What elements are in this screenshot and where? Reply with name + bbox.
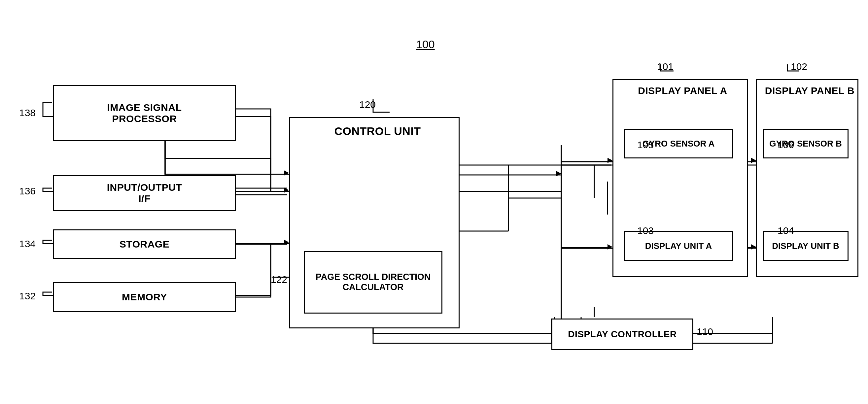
memory-box: MEMORY xyxy=(53,282,236,312)
ref-106: 106 xyxy=(778,139,794,151)
svg-marker-29 xyxy=(608,158,613,163)
ref-103: 103 xyxy=(637,225,654,236)
ref-122: 122 xyxy=(271,274,287,285)
ref-136: 136 xyxy=(19,186,36,197)
image-signal-processor-box: IMAGE SIGNAL PROCESSOR xyxy=(53,85,236,141)
ref-104: 104 xyxy=(778,225,794,236)
control-unit-label: CONTROL UNIT xyxy=(334,125,421,137)
display-unit-b-label: DISPLAY UNIT B xyxy=(772,241,839,251)
svg-marker-27 xyxy=(284,240,289,245)
display-panel-b-label: DISPLAY PANEL B xyxy=(765,85,855,96)
image-signal-processor-label: IMAGE SIGNAL PROCESSOR xyxy=(107,102,182,124)
ref-105: 105 xyxy=(637,139,654,151)
input-output-label: INPUT/OUTPUT I/F xyxy=(107,182,182,204)
svg-marker-25 xyxy=(284,170,289,176)
page-scroll-box: PAGE SCROLL DIRECTION CALCULATOR xyxy=(304,251,442,314)
svg-marker-31 xyxy=(608,244,613,250)
input-output-box: INPUT/OUTPUT I/F xyxy=(53,175,236,211)
svg-marker-26 xyxy=(284,187,289,193)
gyro-sensor-b-box: GYRO SENSOR B xyxy=(763,129,848,158)
display-unit-a-label: DISPLAY UNIT A xyxy=(645,241,712,251)
memory-label: MEMORY xyxy=(122,291,167,303)
ref-110: 110 xyxy=(696,326,713,337)
display-unit-b-box: DISPLAY UNIT B xyxy=(763,231,848,261)
svg-marker-30 xyxy=(751,158,756,163)
ref-138: 138 xyxy=(19,107,36,119)
ref-134: 134 xyxy=(19,238,36,250)
storage-box: STORAGE xyxy=(53,229,236,259)
storage-label: STORAGE xyxy=(120,239,169,250)
page-scroll-label: PAGE SCROLL DIRECTION CALCULATOR xyxy=(316,272,431,292)
diagram: 100 IMAGE SIGNAL PROCESSOR INPUT/OUTPUT … xyxy=(0,0,868,404)
svg-marker-28 xyxy=(556,171,561,176)
ref-120: 120 xyxy=(359,99,376,110)
svg-marker-32 xyxy=(751,244,756,250)
diagram-title: 100 xyxy=(416,38,435,51)
display-controller-label: DISPLAY CONTROLLER xyxy=(568,329,677,340)
ref-132: 132 xyxy=(19,290,36,302)
ref-102: 102 xyxy=(791,61,807,72)
display-panel-a-label: DISPLAY PANEL A xyxy=(638,85,727,96)
display-controller-box: DISPLAY CONTROLLER xyxy=(551,318,693,350)
ref-101: 101 xyxy=(657,61,674,72)
